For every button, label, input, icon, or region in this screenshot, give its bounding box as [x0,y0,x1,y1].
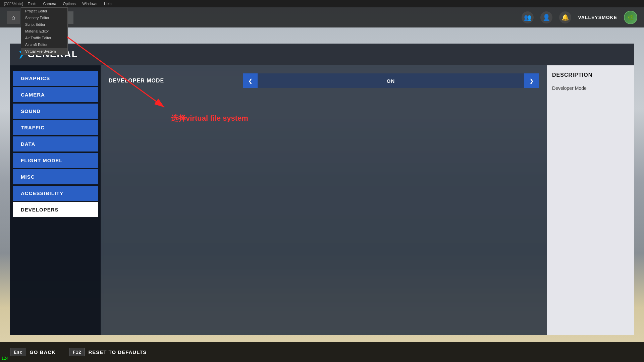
developer-mode-prev-btn[interactable]: ❮ [243,73,258,88]
people-icon-btn[interactable]: 👥 [522,11,534,23]
settings-panel: ❯ GENERAL GRAPHICS CAMERA SOUND TRAFFIC … [10,44,634,335]
profile-icon-btn[interactable]: 👤 [540,11,552,23]
f12-key-badge[interactable]: F12 [69,348,85,356]
sidebar-item-accessibility[interactable]: ACCESSIBILITY [13,186,98,201]
content-background [101,65,547,335]
avatar[interactable]: 🌿 [624,11,637,24]
developer-mode-control: ❮ ON ❯ [243,73,539,88]
developer-mode-value: ON [258,78,524,84]
menu-windows[interactable]: Windows [79,1,101,6]
dropdown-scenery-editor[interactable]: Scenery Editor [21,14,67,21]
tools-dropdown: Project Editor Scenery Editor Script Edi… [21,7,68,55]
developer-mode-next-btn[interactable]: ❯ [524,73,539,88]
description-title: DESCRIPTION [552,72,629,81]
go-back-action: Esc GO BACK [10,348,56,356]
dropdown-material-editor[interactable]: Material Editor [21,28,67,35]
sidebar-item-flight-model[interactable]: FLIGHT MODEL [13,153,98,168]
username-label: VALLEYSMOKE [578,15,617,20]
reset-defaults-label: RESET TO DEFAULTS [88,349,147,355]
menu-tools[interactable]: Tools [24,1,40,6]
top-header: ⌂ GENERAL 👥 👤 🔔 VALLEYSMOKE 🌿 [0,7,644,27]
panel-title-bar: ❯ GENERAL [10,44,634,65]
developer-mode-label: DEVELOPER MODE [109,78,243,84]
dropdown-air-traffic-editor[interactable]: Air Traffic Editor [21,35,67,41]
sidebar-item-camera[interactable]: CAMERA [13,87,98,102]
description-panel: DESCRIPTION Developer Mode [547,65,634,335]
main-content: DEVELOPER MODE ❮ ON ❯ [101,65,547,335]
dropdown-project-editor[interactable]: Project Editor [21,8,67,14]
esc-key-badge[interactable]: Esc [10,348,26,356]
sidebar-item-developers[interactable]: DEVELOPERS [13,202,98,217]
profile-icon: 👤 [543,14,550,21]
menu-help[interactable]: Help [101,1,115,6]
avatar-icon: 🌿 [627,14,634,21]
fps-counter: 124 [1,356,9,361]
top-menubar: [ZCFBMode] Tools Camera Options Windows … [0,0,644,7]
sidebar: GRAPHICS CAMERA SOUND TRAFFIC DATA FLIGH… [10,65,101,335]
dropdown-aircraft-editor[interactable]: Aircraft Editor [21,41,67,48]
go-back-label: GO BACK [30,349,56,355]
bell-icon: 🔔 [561,14,569,21]
home-button[interactable]: ⌂ [7,11,20,24]
bell-icon-btn[interactable]: 🔔 [559,11,571,23]
mode-tag: [ZCFBMode] [3,1,24,6]
menu-camera[interactable]: Camera [40,1,59,6]
home-icon: ⌂ [12,14,15,21]
people-icon: 👥 [524,14,531,21]
sidebar-item-data[interactable]: DATA [13,136,98,152]
sidebar-item-traffic[interactable]: TRAFFIC [13,120,98,135]
bottom-bar: Esc GO BACK F12 RESET TO DEFAULTS [0,342,644,362]
developer-mode-row: DEVELOPER MODE ❮ ON ❯ [109,73,539,88]
dropdown-virtual-file-system[interactable]: Virtual File System [21,48,67,55]
sidebar-item-misc[interactable]: MISC [13,169,98,184]
dropdown-script-editor[interactable]: Script Editor [21,21,67,28]
panel-content: GRAPHICS CAMERA SOUND TRAFFIC DATA FLIGH… [10,65,634,335]
description-text: Developer Mode [552,85,629,92]
header-right: 👥 👤 🔔 VALLEYSMOKE 🌿 [522,11,637,24]
reset-defaults-action: F12 RESET TO DEFAULTS [69,348,147,356]
sidebar-item-graphics[interactable]: GRAPHICS [13,71,98,86]
menu-options[interactable]: Options [60,1,79,6]
sidebar-item-sound[interactable]: SOUND [13,104,98,119]
